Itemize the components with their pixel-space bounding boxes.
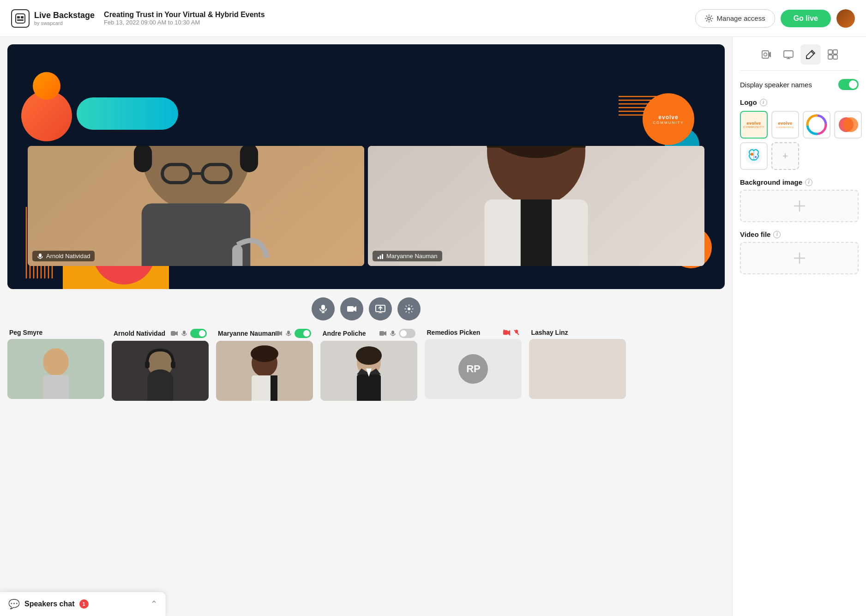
participant-card: Arnold Natividad bbox=[112, 329, 209, 401]
svg-rect-66 bbox=[271, 375, 277, 401]
video-icon bbox=[379, 330, 387, 337]
add-icon bbox=[794, 252, 806, 264]
speaker1-name-label: Arnold Natividad bbox=[32, 251, 95, 261]
layout-tab-icon bbox=[828, 49, 838, 60]
svg-rect-27 bbox=[232, 245, 242, 266]
svg-rect-28 bbox=[39, 254, 42, 257]
microphone-icon bbox=[319, 304, 328, 314]
speaker-feed-1: Arnold Natividad bbox=[28, 146, 364, 266]
svg-rect-22 bbox=[134, 146, 152, 172]
tab-design[interactable] bbox=[800, 44, 821, 65]
logo-option-4[interactable] bbox=[834, 111, 862, 139]
participant-toggle[interactable] bbox=[295, 329, 311, 338]
screen-share-button[interactable] bbox=[369, 297, 392, 320]
camera-tab-icon bbox=[761, 50, 771, 59]
svg-rect-37 bbox=[380, 255, 381, 259]
speakers-grid: Arnold Natividad bbox=[28, 146, 704, 266]
add-logo-button[interactable]: + bbox=[771, 142, 799, 170]
svg-rect-1 bbox=[17, 16, 20, 18]
participants-grid: Peg Smyre Arnold Na bbox=[7, 329, 725, 406]
svg-point-92 bbox=[843, 117, 858, 132]
camera-toggle-button[interactable] bbox=[340, 297, 363, 320]
participant-header: Arnold Natividad bbox=[112, 329, 209, 341]
svg-rect-58 bbox=[171, 361, 175, 368]
participant-initials: RP bbox=[458, 354, 488, 384]
screen-tab-icon bbox=[783, 50, 794, 59]
logo-option-2[interactable]: evolve community bbox=[771, 111, 799, 139]
svg-rect-88 bbox=[828, 55, 832, 59]
stage-deco-orange-small bbox=[33, 72, 60, 100]
settings-button[interactable] bbox=[397, 297, 421, 320]
participant-thumb bbox=[112, 341, 209, 401]
mic-icon bbox=[390, 330, 396, 337]
speaker-feed-2-bg bbox=[368, 146, 704, 266]
mic-toggle-button[interactable] bbox=[312, 297, 335, 320]
svg-rect-79 bbox=[529, 339, 626, 399]
participant-image bbox=[112, 341, 209, 401]
svg-point-95 bbox=[755, 156, 757, 158]
participant-icons bbox=[503, 329, 520, 336]
logo-option-3[interactable] bbox=[803, 111, 830, 139]
logo-section: Logo i evolve COMMUNITY evolve community bbox=[740, 98, 859, 170]
participant-name: Remedios Picken bbox=[427, 329, 480, 336]
svg-rect-72 bbox=[357, 374, 381, 401]
background-image-section: Background image i bbox=[740, 178, 859, 222]
participant-thumb bbox=[320, 341, 417, 401]
logo-option-5[interactable] bbox=[740, 142, 768, 170]
logo-5-svg bbox=[742, 144, 766, 168]
tab-camera[interactable] bbox=[756, 44, 776, 65]
svg-point-94 bbox=[751, 153, 753, 156]
video-file-info-icon[interactable]: i bbox=[773, 231, 781, 238]
svg-rect-50 bbox=[43, 375, 69, 399]
participant-toggle[interactable] bbox=[190, 329, 207, 338]
camera-icon bbox=[347, 305, 357, 313]
svg-point-80 bbox=[764, 53, 767, 56]
logo-2-content: evolve community bbox=[773, 113, 797, 137]
svg-rect-42 bbox=[347, 306, 354, 312]
logo-info-icon[interactable]: i bbox=[760, 99, 767, 106]
svg-rect-2 bbox=[21, 16, 24, 18]
svg-rect-87 bbox=[833, 50, 837, 54]
svg-rect-56 bbox=[147, 375, 173, 401]
participant-card: Peg Smyre bbox=[7, 329, 104, 401]
user-avatar-image bbox=[836, 9, 855, 28]
participant-icons bbox=[275, 329, 311, 338]
svg-rect-57 bbox=[145, 361, 150, 368]
logo-option-1[interactable]: evolve COMMUNITY bbox=[740, 111, 768, 139]
logo-area: Live Backstage by swapcard bbox=[11, 9, 95, 28]
participant-toggle[interactable] bbox=[399, 329, 415, 338]
main-layout: evolve COMMUNITY bbox=[0, 37, 866, 616]
svg-rect-60 bbox=[287, 331, 290, 334]
header: Live Backstage by swapcard Creating Trus… bbox=[0, 0, 866, 37]
screen-share-icon bbox=[375, 305, 385, 313]
participant-name: Arnold Natividad bbox=[114, 330, 165, 337]
participant-icons bbox=[171, 329, 207, 338]
video-icon bbox=[171, 330, 178, 337]
mic-icon bbox=[181, 330, 187, 337]
tab-screen[interactable] bbox=[778, 44, 799, 65]
go-live-button[interactable]: Go live bbox=[781, 10, 831, 27]
app-title: Live Backstage bbox=[34, 11, 95, 20]
tab-layout[interactable] bbox=[823, 44, 843, 65]
background-info-icon[interactable]: i bbox=[805, 179, 812, 186]
svg-rect-39 bbox=[321, 305, 325, 310]
display-speaker-names-label: Display speaker names bbox=[740, 81, 812, 89]
user-avatar[interactable] bbox=[836, 9, 855, 28]
svg-point-47 bbox=[408, 308, 410, 310]
display-speaker-names-toggle[interactable] bbox=[838, 79, 859, 90]
background-image-upload[interactable] bbox=[740, 190, 859, 222]
chat-label: Speakers chat bbox=[24, 600, 75, 608]
manage-access-button[interactable]: Manage access bbox=[695, 9, 775, 28]
add-icon bbox=[794, 200, 806, 212]
event-date: Feb 13, 2022 09:00 AM to 10:30 AM bbox=[104, 19, 265, 26]
chat-icon: 💬 bbox=[8, 598, 20, 610]
chat-badge: 1 bbox=[79, 599, 89, 609]
svg-rect-38 bbox=[382, 254, 383, 259]
participant-header: Andre Poliche bbox=[320, 329, 417, 341]
participant-card: Andre Poliche bbox=[320, 329, 417, 401]
chat-chevron-icon[interactable]: ⌃ bbox=[150, 599, 157, 609]
svg-rect-81 bbox=[784, 51, 793, 57]
participant-header: Peg Smyre bbox=[7, 329, 104, 339]
participant-icons bbox=[379, 329, 415, 338]
video-file-upload[interactable] bbox=[740, 242, 859, 274]
